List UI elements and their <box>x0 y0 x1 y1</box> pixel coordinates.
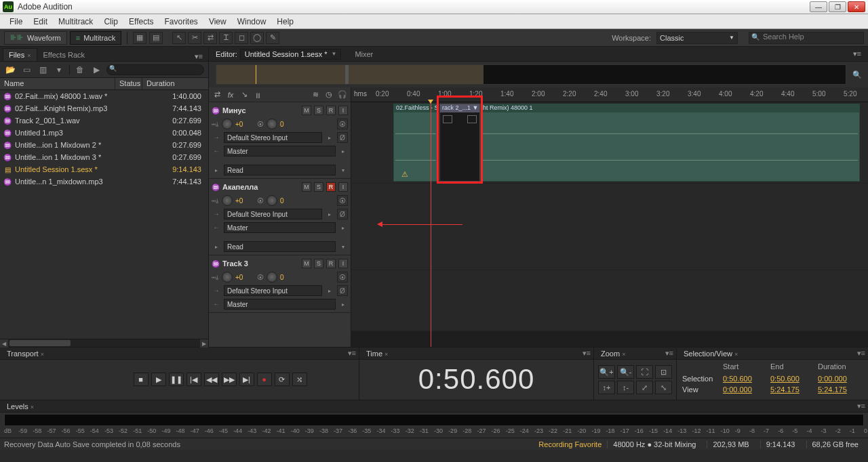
track-fx-button[interactable]: ⦿ <box>337 272 348 282</box>
selection-end-input[interactable]: 0:50.600 <box>770 375 818 383</box>
pan-knob[interactable] <box>267 272 277 282</box>
tool-razor[interactable]: ✂ <box>188 32 201 44</box>
selection-start-input[interactable]: 0:50.600 <box>723 375 770 383</box>
menu-effects[interactable]: Effects <box>123 16 159 28</box>
chevron-right-icon[interactable]: ▸ <box>325 135 334 141</box>
send-icon[interactable]: ↘ <box>239 89 250 100</box>
tab-selview[interactable]: Selection/View× <box>679 349 742 358</box>
volume-knob[interactable] <box>222 195 233 206</box>
chevron-right-icon[interactable]: ▸ <box>212 167 221 173</box>
output-select[interactable]: Master <box>224 146 336 156</box>
insert-clip-icon[interactable]: ▥ <box>37 64 49 75</box>
volume-knob[interactable] <box>222 272 233 282</box>
monitor-button[interactable]: I <box>338 182 348 192</box>
input-select[interactable]: Default Stereo Input <box>224 285 322 296</box>
track-name[interactable]: Минус <box>222 106 299 114</box>
automation-mode-select[interactable]: Read <box>224 165 336 175</box>
waveform-mode-button[interactable]: ⊪⊪ Waveform <box>4 31 67 45</box>
search-help-input[interactable]: Search Help <box>749 32 864 44</box>
close-file-icon[interactable]: ▾ <box>53 64 65 75</box>
trash-icon[interactable]: 🗑 <box>74 64 86 75</box>
tool-lasso[interactable]: ◯ <box>250 32 264 44</box>
monitor-icon[interactable]: 🎧 <box>337 89 348 100</box>
chevron-down-icon[interactable]: ▾ <box>338 244 348 250</box>
zoom-out-point-button[interactable]: ⤡ <box>655 381 672 394</box>
chevron-right-icon[interactable]: ▸ <box>325 288 334 294</box>
timecode-display[interactable]: 0:50.600 <box>359 360 593 399</box>
record-arm-button[interactable]: R <box>326 182 336 192</box>
clip-fade-out-icon[interactable] <box>467 115 477 123</box>
monitor-button[interactable]: I <box>338 106 348 115</box>
input-select[interactable]: Default Stereo Input <box>224 209 322 219</box>
tab-time[interactable]: Time× <box>362 349 392 358</box>
chevron-right-icon[interactable]: ▸ <box>338 225 348 231</box>
automation-mode-select[interactable]: Read <box>224 241 336 252</box>
multitrack-mode-button[interactable]: ≡ Multitrack <box>70 31 121 45</box>
volume-knob[interactable] <box>222 119 233 129</box>
mute-button[interactable]: M <box>302 182 311 192</box>
monitor-button[interactable]: I <box>338 259 348 268</box>
files-panel-menu[interactable]: ▾≡ <box>192 52 205 61</box>
menu-clip[interactable]: Clip <box>98 16 123 28</box>
view-start-input[interactable]: 0:00.000 <box>723 385 770 394</box>
file-row[interactable]: ♒ Untitle...ion 1 Mixdown 3 * 0:27.699 <box>0 151 208 163</box>
menu-favorites[interactable]: Favorites <box>159 16 203 28</box>
tool-time-select[interactable]: Ꮖ <box>219 32 233 44</box>
file-row[interactable]: ♒ 02.Fait...Knight Remix).mp3 7:44.143 <box>0 102 208 114</box>
view-end-input[interactable]: 5:24.175 <box>770 385 818 394</box>
time-panel-menu[interactable]: ▾≡ <box>583 349 591 358</box>
zoom-full-button[interactable]: ⛶ <box>636 365 653 379</box>
maximize-button[interactable]: ❐ <box>829 1 846 12</box>
editor-panel-menu[interactable]: ▾≡ <box>850 49 864 58</box>
chevron-down-icon[interactable]: ▾ <box>338 167 348 173</box>
tab-levels[interactable]: Levels× <box>3 402 38 411</box>
stop-button[interactable]: ■ <box>134 373 149 386</box>
zoom-in-v-button[interactable]: ↕+ <box>598 381 615 394</box>
files-hscrollbar[interactable]: ◀▶ <box>0 339 208 347</box>
editor-file-select[interactable]: Untitled Session 1.sesx * ▼ <box>240 49 342 60</box>
zoom-panel-menu[interactable]: ▾≡ <box>665 349 673 358</box>
volume-value[interactable]: +0 <box>235 121 248 128</box>
pan-value[interactable]: 0 <box>280 274 292 281</box>
tab-zoom[interactable]: Zoom× <box>597 349 629 358</box>
tool-spectral[interactable]: ▦ <box>133 32 146 44</box>
menu-edit[interactable]: Edit <box>28 16 53 28</box>
chevron-right-icon[interactable]: ▸ <box>338 301 348 308</box>
menu-window[interactable]: Window <box>232 16 272 28</box>
open-file-icon[interactable]: 📂 <box>4 64 16 75</box>
tool-marquee[interactable]: ◻ <box>235 32 248 44</box>
zoom-in-point-button[interactable]: ⤢ <box>636 381 653 394</box>
volume-value[interactable]: +0 <box>235 197 248 205</box>
menu-file[interactable]: File <box>4 16 28 28</box>
pan-knob[interactable] <box>267 195 277 206</box>
playhead[interactable] <box>431 102 431 347</box>
selection-dur-input[interactable]: 0:00.000 <box>818 375 865 383</box>
minimize-button[interactable]: — <box>810 1 827 12</box>
tool-brush[interactable]: ✎ <box>266 32 279 44</box>
input-fx-button[interactable]: Ø <box>337 132 348 143</box>
file-row[interactable]: ♒ Untitle...n 1_mixdown.mp3 7:44.143 <box>0 175 208 188</box>
zoom-loupe-icon[interactable]: 🔍 <box>851 69 863 80</box>
mute-button[interactable]: M <box>302 259 311 268</box>
tool-pitch[interactable]: ▤ <box>149 32 163 44</box>
eq-icon[interactable]: ⫼ <box>252 89 263 100</box>
track-fx-button[interactable]: ⦿ <box>337 195 348 206</box>
record-arm-button[interactable]: R <box>326 106 336 115</box>
tab-mixer[interactable]: Mixer <box>351 49 377 60</box>
pan-value[interactable]: 0 <box>280 121 292 128</box>
timeline[interactable]: hms 0:200:401:001:201:402:002:202:403:00… <box>351 87 868 347</box>
rewind-button[interactable]: ◀◀ <box>204 373 219 386</box>
track-fx-button[interactable]: ⦿ <box>337 119 348 129</box>
col-name[interactable]: Name <box>0 78 115 89</box>
automation-icon[interactable]: ≋ <box>310 89 321 100</box>
levels-panel-menu[interactable]: ▾≡ <box>857 402 865 411</box>
clip-label[interactable]: rack 2_...1 ▼ <box>440 104 479 112</box>
file-row[interactable]: ♒ 02.Fait...mix) 48000 1.wav * 1:40.000 <box>0 90 208 102</box>
track-name[interactable]: Track 3 <box>222 259 299 268</box>
zoom-out-v-button[interactable]: ↕- <box>617 381 634 394</box>
forward-button[interactable]: ▶▶ <box>222 373 237 386</box>
zoom-in-h-button[interactable]: 🔍+ <box>598 365 615 379</box>
clip-fade-in-icon[interactable] <box>443 115 452 123</box>
solo-button[interactable]: S <box>314 182 323 192</box>
metronome-icon[interactable]: ◷ <box>323 89 334 100</box>
